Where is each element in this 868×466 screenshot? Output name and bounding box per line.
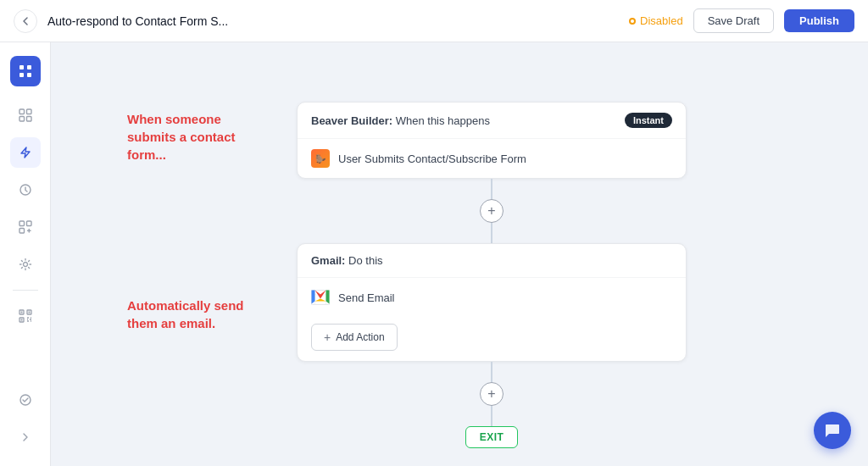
svg-rect-18 xyxy=(20,312,22,313)
trigger-node-header: Beaver Builder: When this happens Instan… xyxy=(298,103,686,139)
sidebar-item-settings[interactable] xyxy=(10,249,41,280)
svg-rect-9 xyxy=(19,221,25,226)
instant-badge: Instant xyxy=(625,113,672,128)
svg-rect-19 xyxy=(28,312,30,313)
svg-rect-6 xyxy=(19,117,25,122)
svg-rect-7 xyxy=(26,117,31,122)
trigger-node-row: 🦫 User Submits Contact/Subscribe Form xyxy=(298,139,686,178)
app-logo xyxy=(10,56,41,86)
svg-rect-0 xyxy=(19,65,24,69)
trigger-node-title: Beaver Builder: When this happens xyxy=(311,114,490,127)
gmail-icon xyxy=(311,288,330,307)
sidebar-item-qr[interactable] xyxy=(10,301,41,331)
header-actions: Disabled Save Draft Publish xyxy=(629,8,854,33)
sidebar-bottom xyxy=(10,385,41,452)
add-step-button-1[interactable]: + xyxy=(480,199,504,223)
connector-1: + xyxy=(480,179,504,243)
svg-rect-10 xyxy=(26,221,31,226)
sidebar-item-grid[interactable] xyxy=(10,100,41,130)
vline-bottom-1 xyxy=(491,223,492,243)
sidebar-item-zap[interactable] xyxy=(10,137,41,168)
connector-2: + xyxy=(480,362,504,426)
beaver-builder-icon: 🦫 xyxy=(311,149,330,168)
publish-button[interactable]: Publish xyxy=(784,9,854,32)
sidebar-item-check[interactable] xyxy=(10,385,41,415)
annotation-trigger: When someone submits a contact form... xyxy=(127,110,263,164)
svg-rect-20 xyxy=(20,319,22,321)
status-badge: Disabled xyxy=(629,14,683,27)
sidebar-item-clock[interactable] xyxy=(10,175,41,205)
svg-rect-5 xyxy=(26,109,31,114)
vline-top-2 xyxy=(491,362,492,382)
svg-rect-2 xyxy=(19,73,24,77)
vline-top-1 xyxy=(491,179,492,199)
action-node-title: Gmail: Do this xyxy=(311,254,383,267)
chat-icon xyxy=(824,422,841,439)
svg-rect-11 xyxy=(19,229,25,234)
status-dot xyxy=(629,18,636,25)
save-draft-button[interactable]: Save Draft xyxy=(693,8,774,33)
workflow-canvas: When someone submits a contact form... A… xyxy=(51,42,868,466)
action-node-row: Send Email xyxy=(298,278,686,317)
vline-bottom-2 xyxy=(491,406,492,426)
workflow-title: Auto-respond to Contact Form S... xyxy=(47,14,619,28)
svg-rect-4 xyxy=(19,109,25,114)
chat-bubble-button[interactable] xyxy=(814,412,851,449)
flow-container: Beaver Builder: When this happens Instan… xyxy=(297,102,687,448)
sidebar xyxy=(0,42,51,466)
add-step-button-2[interactable]: + xyxy=(480,382,504,406)
add-action-button[interactable]: + Add Action xyxy=(311,324,398,351)
back-button[interactable] xyxy=(14,9,37,33)
main-layout: When someone submits a contact form... A… xyxy=(0,42,868,466)
sidebar-item-grid-plus[interactable] xyxy=(10,212,41,242)
trigger-node[interactable]: Beaver Builder: When this happens Instan… xyxy=(297,102,687,179)
action-node[interactable]: Gmail: Do this xyxy=(297,243,687,362)
header: Auto-respond to Contact Form S... Disabl… xyxy=(0,0,868,42)
action-node-header: Gmail: Do this xyxy=(298,244,686,278)
svg-point-27 xyxy=(20,395,31,405)
svg-rect-1 xyxy=(27,65,31,69)
annotation-action: Automatically send them an email. xyxy=(127,297,263,332)
svg-point-14 xyxy=(23,263,27,267)
sidebar-expand-button[interactable] xyxy=(10,422,41,452)
svg-rect-3 xyxy=(27,73,31,77)
exit-badge: EXIT xyxy=(465,426,519,448)
sidebar-divider xyxy=(13,290,38,291)
